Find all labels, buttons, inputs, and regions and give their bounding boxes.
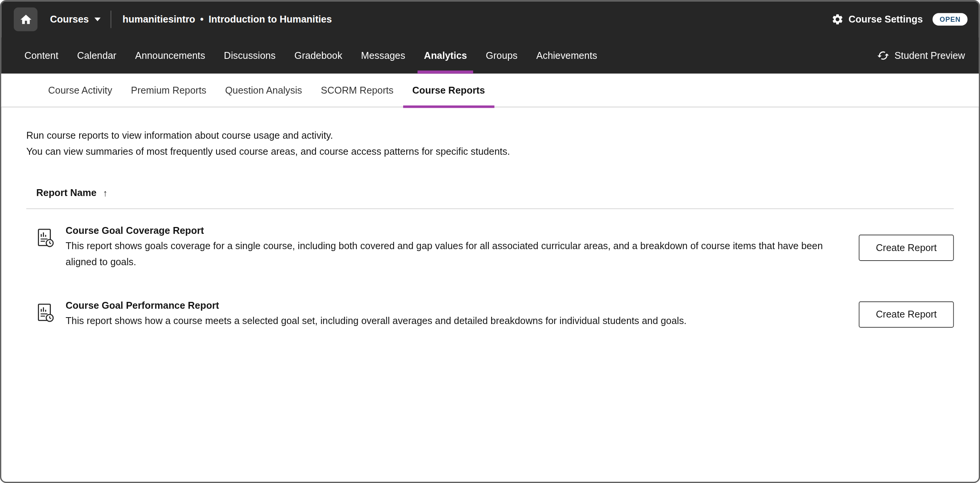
tab-groups[interactable]: Groups <box>476 37 527 74</box>
scale-wrapper: Courses humanitiesintro • Introduction t… <box>0 0 980 483</box>
open-badge[interactable]: OPEN <box>933 13 968 26</box>
report-text: Course Goal Performance Report This repo… <box>66 300 687 329</box>
report-icon <box>36 229 54 248</box>
report-name-sort-header[interactable]: Report Name ↑ <box>26 187 954 209</box>
tab-discussions[interactable]: Discussions <box>215 37 285 74</box>
tab-calendar[interactable]: Calendar <box>68 37 126 74</box>
report-description: This report shows how a course meets a s… <box>66 313 687 329</box>
report-description: This report shows goals coverage for a s… <box>66 238 832 270</box>
sort-ascending-icon: ↑ <box>103 188 107 198</box>
breadcrumb: humanitiesintro • Introduction to Humani… <box>122 14 332 25</box>
student-preview-button[interactable]: Student Preview <box>877 37 965 74</box>
subtab-question-analysis[interactable]: Question Analysis <box>216 74 311 107</box>
report-text: Course Goal Coverage Report This report … <box>66 225 832 271</box>
intro-line-2: You can view summaries of most frequentl… <box>26 144 954 160</box>
tab-announcements[interactable]: Announcements <box>126 37 215 74</box>
tab-messages[interactable]: Messages <box>352 37 414 74</box>
subtab-course-reports[interactable]: Course Reports <box>403 74 494 107</box>
topbar-divider <box>111 11 111 28</box>
tab-analytics[interactable]: Analytics <box>415 37 477 74</box>
browser-window: Courses humanitiesintro • Introduction t… <box>0 0 980 483</box>
subtab-course-activity[interactable]: Course Activity <box>39 74 122 107</box>
intro-line-1: Run course reports to view information a… <box>26 127 954 143</box>
tab-gradebook[interactable]: Gradebook <box>285 37 352 74</box>
report-icon <box>36 303 54 323</box>
analytics-subnav: Course Activity Premium Reports Question… <box>1 74 979 107</box>
subtab-scorm-reports[interactable]: SCORM Reports <box>311 74 403 107</box>
subtab-premium-reports[interactable]: Premium Reports <box>122 74 216 107</box>
report-row-coverage: Course Goal Coverage Report This report … <box>26 209 954 284</box>
report-name-header-label: Report Name <box>36 187 97 198</box>
topbar: Courses humanitiesintro • Introduction t… <box>1 1 979 37</box>
course-settings-button[interactable]: Course Settings <box>831 13 923 26</box>
tab-achievements[interactable]: Achievements <box>527 37 607 74</box>
breadcrumb-course-title: Introduction to Humanities <box>208 14 332 25</box>
course-reports-panel: Run course reports to view information a… <box>1 107 979 482</box>
gear-icon <box>831 13 844 26</box>
breadcrumb-separator: • <box>200 14 203 25</box>
topbar-right: Course Settings OPEN <box>831 13 968 26</box>
create-report-button[interactable]: Create Report <box>859 301 954 328</box>
course-nav: Content Calendar Announcements Discussio… <box>1 37 979 74</box>
create-report-button[interactable]: Create Report <box>859 235 954 261</box>
chevron-down-icon <box>94 18 101 21</box>
home-icon <box>19 13 32 26</box>
report-title: Course Goal Coverage Report <box>66 225 832 237</box>
courses-dropdown[interactable]: Courses <box>37 14 111 25</box>
tab-content[interactable]: Content <box>15 37 68 74</box>
report-title: Course Goal Performance Report <box>66 300 687 311</box>
breadcrumb-course-id: humanitiesintro <box>122 14 195 25</box>
student-preview-label: Student Preview <box>894 50 965 61</box>
home-button[interactable] <box>14 8 37 31</box>
course-settings-label: Course Settings <box>848 14 923 25</box>
report-row-performance: Course Goal Performance Report This repo… <box>26 284 954 343</box>
student-preview-icon <box>877 49 890 62</box>
courses-label: Courses <box>50 14 89 25</box>
